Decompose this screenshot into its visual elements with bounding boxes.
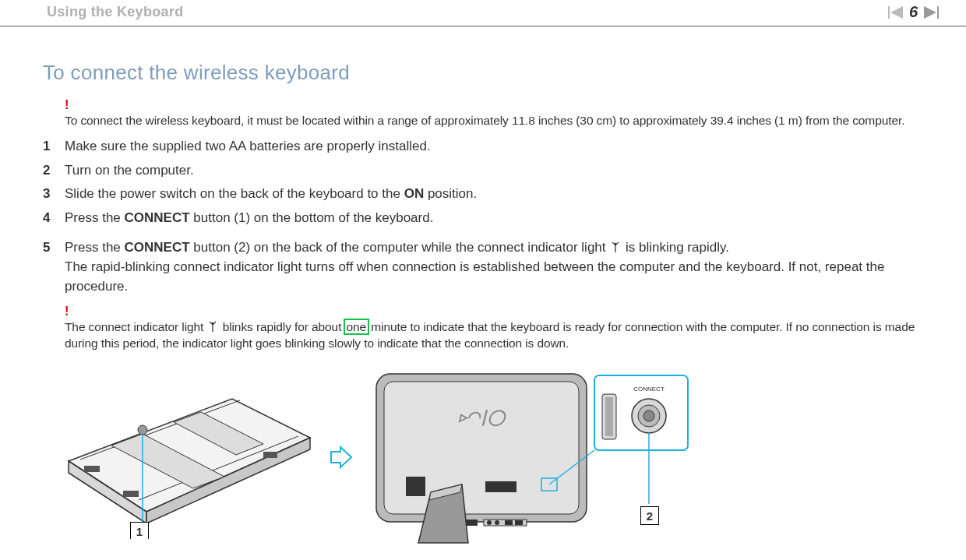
- warning-note-2-text: The connect indicator light blinks rapid…: [65, 319, 923, 352]
- page-content: To connect the wireless keyboard ! To co…: [0, 26, 966, 547]
- note2-pre: The connect indicator light: [65, 320, 206, 333]
- svg-rect-13: [84, 466, 100, 472]
- warning-note-1: ! To connect the wireless keyboard, it m…: [65, 99, 923, 129]
- svg-marker-0: [890, 6, 903, 19]
- step5-line1-mid: button (2) on the back of the computer w…: [190, 240, 610, 255]
- svg-rect-27: [505, 520, 513, 525]
- svg-text:▹◠∣◯: ▹◠∣◯: [458, 408, 507, 427]
- step-text-bold: CONNECT: [125, 210, 190, 225]
- step5-line1-post: is blinking rapidly.: [622, 240, 729, 255]
- svg-rect-1: [888, 6, 890, 19]
- svg-point-26: [495, 520, 499, 525]
- header-bar: Using the Keyboard 6: [0, 0, 966, 26]
- breadcrumb: Using the Keyboard: [47, 4, 183, 20]
- svg-rect-3: [937, 6, 939, 19]
- svg-rect-15: [263, 452, 277, 458]
- svg-rect-21: [406, 477, 425, 496]
- figure-computer-back: ▹◠∣◯ CONNECT: [368, 368, 696, 547]
- step-2: 2 Turn on the computer.: [43, 161, 923, 181]
- step5-line1-bold: CONNECT: [125, 240, 190, 255]
- svg-rect-28: [515, 520, 523, 525]
- step-text: Press the CONNECT button (2) on the back…: [65, 238, 923, 296]
- nav-next-icon[interactable]: [924, 6, 943, 19]
- arrow-right-icon: [330, 446, 353, 469]
- page-number: 6: [909, 3, 918, 21]
- step-5: 5 Press the CONNECT button (2) on the ba…: [43, 238, 923, 296]
- step-number: 1: [43, 137, 54, 157]
- exclamation-icon: !: [65, 305, 923, 318]
- step-text-pre: Slide the power switch on the back of th…: [65, 186, 404, 201]
- step-text: Slide the power switch on the back of th…: [65, 185, 923, 204]
- step-4: 4 Press the CONNECT button (1) on the bo…: [43, 209, 923, 228]
- step5-line1-pre: Press the: [65, 240, 125, 255]
- step-text: Make sure the supplied two AA batteries …: [65, 137, 923, 157]
- step-number: 5: [43, 238, 54, 296]
- step-text-post: position.: [424, 186, 477, 201]
- svg-rect-33: [605, 397, 613, 436]
- antenna-icon: [611, 239, 620, 259]
- step-text-bold: ON: [404, 186, 425, 201]
- figure-keyboard-bottom: 1: [65, 375, 314, 539]
- step-number: 4: [43, 209, 54, 228]
- note2-mid1: blinks rapidly for about: [219, 320, 344, 333]
- step5-line2: The rapid-blinking connect indicator lig…: [65, 259, 884, 294]
- warning-note-1-text: To connect the wireless keyboard, it mus…: [65, 113, 923, 129]
- step-text: Turn on the computer.: [65, 161, 923, 181]
- svg-rect-22: [485, 481, 516, 492]
- step-text-post: button (1) on the bottom of the keyboard…: [190, 210, 434, 225]
- note2-highlight: one: [345, 320, 368, 333]
- warning-note-2: ! The connect indicator light blinks rap…: [65, 305, 923, 352]
- svg-rect-14: [123, 491, 139, 497]
- step-text: Press the CONNECT button (1) on the bott…: [65, 209, 923, 228]
- page-nav: 6: [884, 3, 943, 21]
- svg-point-36: [643, 410, 654, 421]
- section-title: To connect the wireless keyboard: [43, 61, 923, 85]
- callout-1: 1: [130, 522, 149, 539]
- connect-label: CONNECT: [633, 386, 665, 393]
- callout-2: 2: [640, 506, 659, 525]
- step-number: 2: [43, 161, 54, 181]
- step-number: 3: [43, 185, 54, 204]
- step-1: 1 Make sure the supplied two AA batterie…: [43, 137, 923, 157]
- svg-point-25: [487, 520, 492, 525]
- svg-marker-2: [924, 6, 936, 19]
- nav-prev-icon[interactable]: [884, 6, 903, 19]
- antenna-icon: [208, 320, 217, 336]
- figure: 1 ▹◠∣◯: [65, 368, 923, 547]
- svg-point-16: [138, 425, 147, 435]
- step-3: 3 Slide the power switch on the back of …: [43, 185, 923, 204]
- exclamation-icon: !: [65, 99, 923, 111]
- steps-list: 1 Make sure the supplied two AA batterie…: [43, 137, 923, 296]
- step-text-pre: Press the: [65, 210, 125, 225]
